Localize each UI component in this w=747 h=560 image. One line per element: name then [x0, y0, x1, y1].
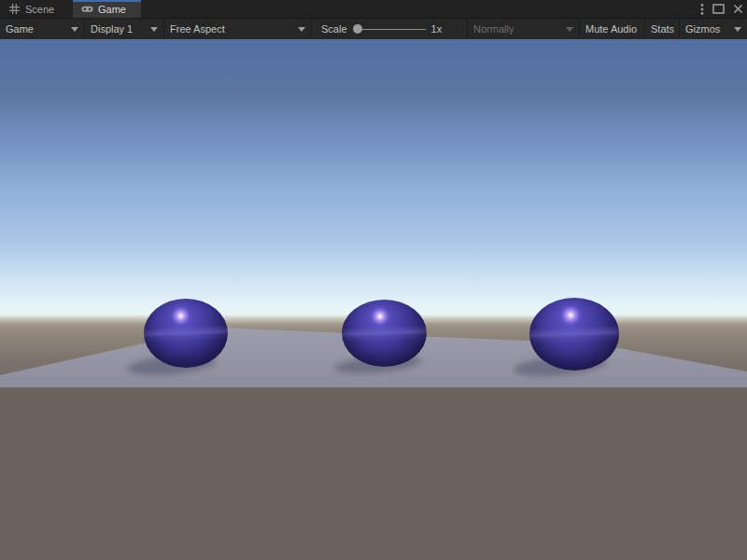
gizmos-dropdown[interactable]: Gizmos — [679, 19, 747, 39]
tab-bar: Scene Game — [0, 0, 747, 18]
focus-mode-dropdown: Normally — [467, 19, 579, 39]
mute-audio-button[interactable]: Mute Audio — [579, 19, 644, 39]
grid-icon — [8, 3, 21, 15]
tab-scene[interactable]: Scene — [0, 0, 72, 18]
game-mode-label: Game — [6, 23, 34, 35]
chevron-down-icon — [298, 27, 305, 32]
gizmos-label: Gizmos — [685, 23, 720, 35]
scale-control: Scale 1x — [311, 19, 467, 39]
close-icon[interactable] — [733, 3, 743, 16]
scale-value: 1x — [431, 23, 443, 35]
sphere — [529, 298, 619, 371]
chevron-down-icon — [71, 27, 78, 32]
focus-mode-label: Normally — [473, 23, 514, 35]
window-controls — [700, 0, 743, 18]
stats-label: Stats — [651, 23, 674, 35]
tab-game[interactable]: Game — [73, 0, 141, 18]
sphere — [342, 300, 427, 367]
chevron-down-icon — [734, 27, 741, 32]
display-dropdown[interactable]: Display 1 — [84, 19, 163, 39]
gamepad-icon — [81, 3, 93, 15]
game-mode-dropdown[interactable]: Game — [0, 19, 84, 39]
game-viewport[interactable] — [0, 39, 747, 560]
sphere — [144, 299, 228, 368]
tab-scene-label: Scene — [25, 4, 54, 15]
scale-slider[interactable] — [353, 23, 426, 35]
aspect-ratio-dropdown[interactable]: Free Aspect — [163, 19, 311, 39]
chevron-down-icon — [150, 27, 158, 32]
mute-audio-label: Mute Audio — [585, 23, 637, 35]
scale-slider-track — [357, 29, 426, 30]
stats-button[interactable]: Stats — [644, 19, 679, 39]
display-label: Display 1 — [91, 23, 133, 35]
chevron-down-icon — [566, 27, 573, 32]
kebab-menu-icon[interactable] — [700, 3, 704, 16]
game-view-toolbar: Game Display 1 Free Aspect Scale 1x Norm… — [0, 18, 747, 39]
scale-label: Scale — [321, 23, 347, 35]
scale-slider-knob[interactable] — [353, 24, 362, 34]
tab-game-label: Game — [98, 4, 126, 15]
maximize-icon[interactable] — [712, 3, 725, 16]
aspect-ratio-label: Free Aspect — [170, 23, 225, 35]
